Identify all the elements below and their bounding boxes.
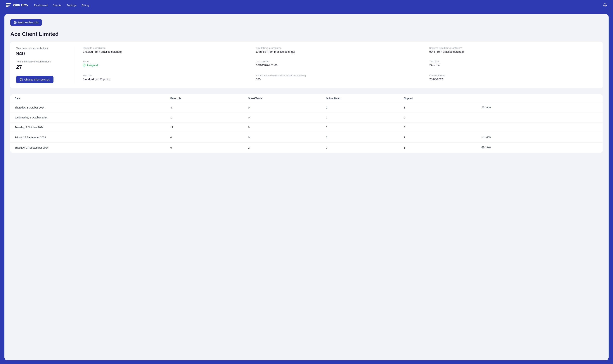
view-button[interactable]: View <box>481 146 491 149</box>
eye-icon <box>481 136 484 139</box>
last-checked-label: Last checked <box>256 60 423 63</box>
row-guidedmatch: 0 <box>326 116 404 119</box>
row-smartmatch: 2 <box>248 146 326 149</box>
nav-billing[interactable]: Billing <box>81 3 89 8</box>
col-bank-rule: Bank rule <box>170 97 248 100</box>
xero-plan-label: Xero plan <box>429 60 597 63</box>
smartmatch-reconciliation-label: SmartMatch reconciliation <box>256 47 423 49</box>
change-client-settings-button[interactable]: Change client settings <box>16 76 54 83</box>
svg-point-3 <box>483 107 483 108</box>
svg-point-4 <box>483 137 483 137</box>
table-row: Tuesday, 24 September 2024 0 2 0 1 View <box>10 143 603 153</box>
check-circle-icon <box>83 64 86 66</box>
status-label: Status <box>83 60 250 63</box>
row-smartmatch: 0 <box>248 116 326 119</box>
header-left: With Otto Dashboard Clients Settings Bil… <box>6 3 89 8</box>
status-badge: Assigned <box>83 64 98 67</box>
nav-clients[interactable]: Clients <box>52 3 62 8</box>
bank-rule-reconciliation-value: Enabled (from practice settings) <box>83 50 250 53</box>
row-skipped: 1 <box>404 136 481 139</box>
row-action: View <box>481 106 598 109</box>
otto-last-trained-value: 28/09/2024 <box>429 78 597 81</box>
eye-icon <box>481 146 484 149</box>
xero-plan-value: Standard <box>429 64 597 67</box>
bill-invoice-value: 305 <box>256 78 423 81</box>
row-bank-rule: 1 <box>170 116 248 119</box>
row-guidedmatch: 0 <box>326 106 404 109</box>
xero-role-label: Xero role <box>83 74 250 77</box>
table-row: Thursday, 3 October 2024 4 0 0 1 View <box>10 103 603 113</box>
row-smartmatch: 0 <box>248 126 326 129</box>
total-bank-rule-value: 940 <box>16 51 68 57</box>
row-date: Thursday, 3 October 2024 <box>15 106 170 109</box>
row-action: View <box>481 146 598 149</box>
table-row: Tuesday, 1 October 2024 11 0 0 0 <box>10 122 603 132</box>
col-actions <box>481 97 598 100</box>
change-settings-label: Change client settings <box>24 78 50 81</box>
smartmatch-reconciliation-value: Enabled (from practice settings) <box>256 50 423 53</box>
main-header: With Otto Dashboard Clients Settings Bil… <box>0 0 613 10</box>
row-date: Tuesday, 24 September 2024 <box>15 146 170 149</box>
xero-role-value: Standard (No Reports) <box>83 78 250 81</box>
required-smartmatch-value: 90% (from practice settings) <box>429 50 597 53</box>
stats-right: Bank rule reconciliation Enabled (from p… <box>83 47 597 83</box>
bill-invoice-label: Bill and invoice reconciliations availab… <box>256 74 423 77</box>
last-checked-value: 03/10/2024 01:00 <box>256 64 423 67</box>
status-value: Assigned <box>86 64 98 67</box>
table-row: Friday, 27 September 2024 0 0 0 1 View <box>10 132 603 143</box>
main-wrapper: Back to clients list Ace Client Limited … <box>0 10 613 364</box>
reconciliations-table: Date Bank rule SmartMatch GuidedMatch Sk… <box>10 94 603 153</box>
row-smartmatch: 0 <box>248 136 326 139</box>
last-checked-item: Last checked 03/10/2024 01:00 <box>256 60 423 70</box>
settings-icon <box>20 78 23 81</box>
eye-icon <box>481 106 484 109</box>
col-date: Date <box>15 97 170 100</box>
total-smartmatch-value: 27 <box>16 64 68 70</box>
back-icon <box>14 21 17 24</box>
row-guidedmatch: 0 <box>326 146 404 149</box>
table-header: Date Bank rule SmartMatch GuidedMatch Sk… <box>10 94 603 103</box>
bank-rule-reconciliation-item: Bank rule reconciliation Enabled (from p… <box>83 47 250 56</box>
app-name: With Otto <box>13 3 28 7</box>
required-smartmatch-item: Required SmartMatch confidence 90% (from… <box>429 47 597 56</box>
row-bank-rule: 4 <box>170 106 248 109</box>
row-guidedmatch: 0 <box>326 126 404 129</box>
row-bank-rule: 0 <box>170 146 248 149</box>
view-button[interactable]: View <box>481 106 491 109</box>
table-row: Wednesday, 2 October 2024 1 0 0 0 <box>10 113 603 122</box>
col-guidedmatch: GuidedMatch <box>326 97 404 100</box>
otto-last-trained-label: Otto last trained <box>429 74 597 77</box>
row-date: Friday, 27 September 2024 <box>15 136 170 139</box>
logo-icon <box>6 3 11 7</box>
stats-left: Total bank rule reconciliations 940 Tota… <box>16 47 75 83</box>
total-bank-rule-label: Total bank rule reconciliations <box>16 47 68 50</box>
row-bank-rule: 0 <box>170 136 248 139</box>
row-skipped: 0 <box>404 116 481 119</box>
row-action: View <box>481 136 598 139</box>
row-date: Tuesday, 1 October 2024 <box>15 126 170 129</box>
back-to-clients-button[interactable]: Back to clients list <box>10 19 42 26</box>
row-bank-rule: 11 <box>170 126 248 129</box>
row-guidedmatch: 0 <box>326 136 404 139</box>
row-skipped: 1 <box>404 106 481 109</box>
otto-last-trained-item: Otto last trained 28/09/2024 <box>429 74 597 83</box>
stats-card: Total bank rule reconciliations 940 Tota… <box>10 42 603 88</box>
required-smartmatch-label: Required SmartMatch confidence <box>429 47 597 49</box>
content-card: Back to clients list Ace Client Limited … <box>4 14 609 360</box>
nav-dashboard[interactable]: Dashboard <box>34 3 48 8</box>
row-date: Wednesday, 2 October 2024 <box>15 116 170 119</box>
view-button[interactable]: View <box>481 136 491 139</box>
main-nav: Dashboard Clients Settings Billing <box>34 3 89 8</box>
logo-link[interactable]: With Otto <box>6 3 28 7</box>
nav-settings[interactable]: Settings <box>66 3 77 8</box>
smartmatch-reconciliation-item: SmartMatch reconciliation Enabled (from … <box>256 47 423 56</box>
bill-invoice-item: Bill and invoice reconciliations availab… <box>256 74 423 83</box>
row-skipped: 0 <box>404 126 481 129</box>
col-skipped: Skipped <box>404 97 481 100</box>
xero-role-item: Xero role Standard (No Reports) <box>83 74 250 83</box>
notification-bell[interactable] <box>603 3 607 8</box>
bank-rule-reconciliation-label: Bank rule reconciliation <box>83 47 250 49</box>
xero-plan-item: Xero plan Standard <box>429 60 597 70</box>
col-smartmatch: SmartMatch <box>248 97 326 100</box>
row-smartmatch: 0 <box>248 106 326 109</box>
